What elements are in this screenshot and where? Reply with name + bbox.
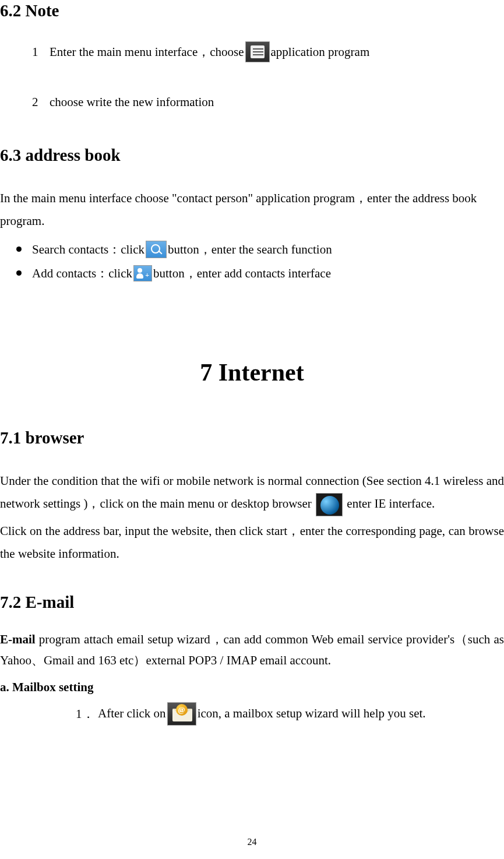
email-lead-word: E-mail [0,632,36,646]
note-step-2: 2 choose write the new information [32,95,504,110]
bullet-text-pre: Search contacts：click [32,241,144,258]
bullet-icon [16,270,22,276]
note-step-1: 1 Enter the main menu interface，choose a… [32,41,504,62]
search-icon [146,241,167,258]
note-app-icon [245,41,270,62]
bullet-icon [16,247,22,252]
heading-6-3-address-book: 6.3 address book [0,145,504,165]
browser-text-post: enter IE interface. [347,497,435,511]
step-text: choose write the new information [50,95,214,110]
email-paragraph: E-mail program attach email setup wizard… [0,629,504,671]
mailbox-setting-heading: a. Mailbox setting [0,676,504,699]
email-rest-text: program attach email setup wizard，can ad… [0,632,504,667]
step-text-pre: After click on [98,706,166,721]
bullet-text-post: button，enter the search function [168,241,332,258]
step-number: 1 [32,45,50,59]
step-number: 1． [76,706,98,722]
heading-7-internet: 7 Internet [0,288,504,386]
step-text-pre: Enter the main menu interface，choose [50,44,244,60]
browser-paragraph-2: Click on the address bar, input the webs… [0,520,504,565]
mailbox-step-1: 1． After click on @ icon, a mailbox setu… [76,702,504,726]
document-page: 6.2 Note 1 Enter the main menu interface… [0,0,504,859]
page-number: 24 [0,837,504,847]
bullet-text-post: button，enter add contacts interface [153,265,331,281]
heading-6-2-note: 6.2 Note [0,0,504,20]
note-steps-list: 1 Enter the main menu interface，choose a… [0,41,504,110]
bullet-text-pre: Add contacts：click [32,265,132,281]
browser-icon [316,493,343,516]
address-book-intro: In the main menu interface choose "conta… [0,187,504,233]
add-contact-icon: + [133,265,152,281]
bullet-search-contacts: Search contacts：click button，enter the s… [16,241,504,258]
address-book-bullets: Search contacts：click button，enter the s… [0,241,504,281]
browser-paragraph-1: Under the condition that the wifi or mob… [0,470,504,516]
step-text-post: icon, a mailbox setup wizard will help y… [198,706,426,721]
step-number: 2 [32,95,50,110]
bullet-add-contacts: Add contacts：click + button，enter add co… [16,265,504,281]
mailbox-steps: 1． After click on @ icon, a mailbox setu… [0,702,504,726]
step-text-post: application program [271,45,370,59]
email-app-icon: @ [167,702,196,726]
heading-7-2-email: 7.2 E-mail [0,592,504,612]
heading-7-1-browser: 7.1 browser [0,427,504,448]
